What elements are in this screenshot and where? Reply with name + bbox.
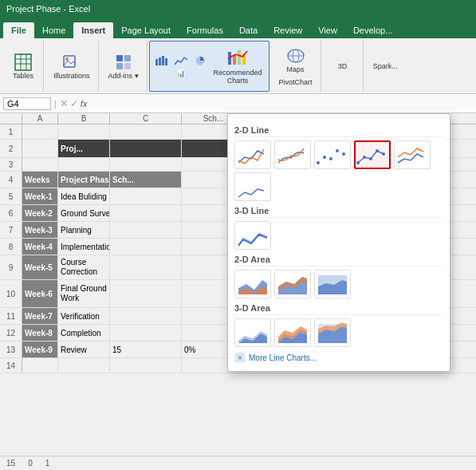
chart-type-dropdown[interactable]: 2-D Line	[227, 113, 450, 372]
cell-c14[interactable]	[110, 358, 182, 373]
pie-chart-button[interactable]	[191, 54, 209, 67]
cell-b9[interactable]: Week-5	[22, 255, 58, 279]
cell-b8[interactable]: Week-4	[22, 239, 58, 255]
line-markers-only-thumb[interactable]	[314, 140, 351, 169]
formula-bar: | ✕ ✓ fx	[0, 94, 476, 113]
cell-c10[interactable]: Final Ground Work	[58, 280, 110, 307]
fx-icon[interactable]: fx	[81, 99, 88, 109]
cell-d13[interactable]: 15	[110, 342, 182, 357]
cell-d7[interactable]	[110, 222, 182, 238]
line-3d-thumb[interactable]	[234, 221, 271, 250]
cell-c3[interactable]	[110, 158, 182, 171]
cell-b2[interactable]: Proj...	[58, 140, 110, 157]
cell-d8[interactable]	[110, 239, 182, 255]
cell-b6[interactable]: Week-2	[22, 205, 58, 221]
spark-button[interactable]: Spark...	[370, 61, 401, 72]
cell-d11[interactable]	[110, 308, 182, 324]
line-smooth-thumb[interactable]	[274, 140, 311, 169]
tab-insert[interactable]: Insert	[73, 22, 113, 38]
pivot-chart-button[interactable]: PivotChart	[276, 77, 316, 88]
cell-d4[interactable]: Sch...	[110, 172, 182, 188]
cell-c8[interactable]: Implementation	[58, 239, 110, 255]
row-num-9: 9	[0, 255, 22, 279]
line-stacked-thumb[interactable]	[394, 140, 431, 169]
area-stacked-thumb[interactable]	[274, 270, 311, 298]
cell-b7[interactable]: Week-3	[22, 222, 58, 238]
cell-c4[interactable]: Project Phase	[58, 172, 110, 188]
illustrations-button[interactable]: Illustrations	[50, 51, 93, 81]
line-100-thumb[interactable]	[234, 172, 271, 201]
3d-button[interactable]: 3D	[328, 61, 358, 72]
tab-review[interactable]: Review	[266, 22, 310, 38]
cell-b14[interactable]	[58, 358, 110, 373]
svg-rect-14	[165, 58, 167, 65]
cell-a2[interactable]	[22, 140, 58, 157]
area-basic-thumb[interactable]	[234, 270, 271, 298]
cell-c5[interactable]: Idea Buliding	[58, 188, 110, 204]
svg-rect-10	[124, 63, 131, 69]
tables-button[interactable]: Tables	[8, 51, 38, 81]
formula-input[interactable]	[90, 99, 473, 109]
tab-file[interactable]: File	[3, 22, 34, 38]
chart-row-2d-line	[234, 140, 443, 169]
cell-b1[interactable]	[58, 124, 110, 139]
name-box[interactable]	[3, 97, 51, 110]
col-header-b: B	[58, 113, 110, 124]
addins-button[interactable]: Add-ins ▾	[105, 51, 142, 81]
cancel-icon[interactable]: ✕	[60, 97, 69, 109]
tab-home[interactable]: Home	[34, 22, 73, 38]
cell-c2[interactable]	[110, 140, 182, 157]
tab-view[interactable]: View	[310, 22, 345, 38]
more-line-charts[interactable]: ≡ More Line Charts...	[234, 350, 443, 365]
tab-page-layout[interactable]: Page Layout	[113, 22, 179, 38]
cell-a1[interactable]	[22, 124, 58, 139]
area-3d-100-thumb[interactable]	[314, 318, 351, 347]
maps-button[interactable]: Maps	[281, 45, 311, 75]
line-markers-selected-thumb[interactable]	[354, 140, 391, 169]
cell-d9[interactable]	[110, 255, 182, 279]
area-3d-basic-thumb[interactable]	[234, 318, 271, 347]
recommended-charts-button[interactable]: RecommendedCharts	[210, 45, 266, 87]
section-3d-area-title: 3-D Area	[234, 303, 443, 315]
cell-d10[interactable]	[110, 280, 182, 307]
cell-c11[interactable]: Verification	[58, 308, 110, 324]
cell-d6[interactable]	[110, 205, 182, 221]
svg-text:≡: ≡	[238, 354, 242, 361]
cell-b4[interactable]: Weeks	[22, 172, 58, 188]
row-num-8: 8	[0, 239, 22, 255]
area-100-thumb[interactable]	[314, 270, 351, 298]
cell-b5[interactable]: Week-1	[22, 188, 58, 204]
svg-rect-17	[233, 55, 236, 65]
confirm-icon[interactable]: ✓	[70, 97, 79, 109]
cell-d12[interactable]	[110, 325, 182, 341]
cell-c6[interactable]: Ground Survey	[58, 205, 110, 221]
cell-c12[interactable]: Completion	[58, 325, 110, 341]
cell-c9[interactable]: Course Correction	[58, 255, 110, 279]
cell-a3[interactable]	[22, 158, 58, 171]
cell-c7[interactable]: Planning	[58, 222, 110, 238]
line-chart-button[interactable]	[172, 54, 190, 67]
tab-data[interactable]: Data	[231, 22, 266, 38]
cell-b3[interactable]	[58, 158, 110, 171]
row-num-11: 11	[0, 308, 22, 324]
cell-c1[interactable]	[110, 124, 182, 139]
row-num-1: 1	[0, 124, 22, 139]
status-bar: 15 0 1	[0, 456, 476, 470]
cell-b13[interactable]: Week-9	[22, 342, 58, 357]
tab-formulas[interactable]: Formulas	[179, 22, 231, 38]
scroll-area: A B C Sch... 1 2 Proj...	[0, 113, 476, 456]
bar-chart-button[interactable]	[153, 54, 171, 67]
cell-b10[interactable]: Week-6	[22, 280, 58, 307]
cell-c13[interactable]: Review	[58, 342, 110, 357]
cell-b11[interactable]: Week-7	[22, 308, 58, 324]
line-basic-thumb[interactable]	[234, 140, 271, 169]
row-num-10: 10	[0, 280, 22, 307]
svg-rect-7	[116, 55, 123, 61]
col-header-c: C	[110, 113, 182, 124]
svg-point-25	[329, 157, 332, 160]
cell-d5[interactable]	[110, 188, 182, 204]
area-3d-stacked-thumb[interactable]	[274, 318, 311, 347]
tab-develop[interactable]: Develop...	[345, 22, 401, 38]
cell-b12[interactable]: Week-8	[22, 325, 58, 341]
cell-a14[interactable]	[22, 358, 58, 373]
